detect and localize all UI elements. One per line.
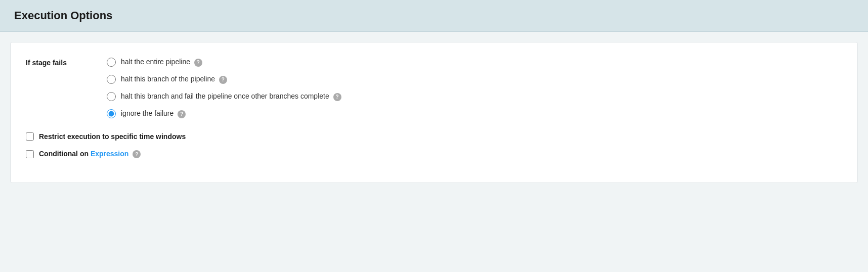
help-icon-ignore[interactable]: ?	[178, 110, 186, 118]
conditional-row[interactable]: Conditional on Expression ?	[26, 150, 842, 158]
radio-label-halt-branch: halt this branch of the pipeline ?	[121, 75, 227, 83]
if-stage-fails-row: If stage fails halt the entire pipeline …	[26, 58, 842, 118]
page-title: Execution Options	[14, 9, 854, 22]
conditional-label: Conditional on Expression ?	[39, 150, 141, 158]
radio-halt-entire[interactable]	[107, 58, 116, 67]
radio-option-halt-branch-fail[interactable]: halt this branch and fail the pipeline o…	[107, 92, 341, 101]
radio-option-ignore[interactable]: ignore the failure ?	[107, 109, 341, 118]
radio-option-halt-entire[interactable]: halt the entire pipeline ?	[107, 58, 341, 67]
radio-label-halt-entire: halt the entire pipeline ?	[121, 58, 202, 66]
radio-group: halt the entire pipeline ? halt this bra…	[107, 58, 341, 118]
expression-link[interactable]: Expression	[91, 150, 128, 158]
options-card: If stage fails halt the entire pipeline …	[10, 42, 858, 183]
conditional-checkbox[interactable]	[26, 150, 34, 158]
content-area: If stage fails halt the entire pipeline …	[0, 32, 868, 193]
restrict-execution-label: Restrict execution to specific time wind…	[39, 132, 186, 141]
radio-ignore[interactable]	[107, 109, 116, 118]
help-icon-halt-branch[interactable]: ?	[219, 76, 227, 84]
radio-option-halt-branch[interactable]: halt this branch of the pipeline ?	[107, 75, 341, 84]
restrict-execution-checkbox[interactable]	[26, 132, 34, 141]
radio-label-halt-branch-fail: halt this branch and fail the pipeline o…	[121, 92, 341, 101]
radio-label-ignore: ignore the failure ?	[121, 109, 186, 118]
radio-halt-branch[interactable]	[107, 75, 116, 84]
radio-halt-branch-fail[interactable]	[107, 92, 116, 101]
if-stage-fails-label: If stage fails	[26, 58, 107, 67]
help-icon-conditional[interactable]: ?	[133, 150, 141, 158]
restrict-execution-row[interactable]: Restrict execution to specific time wind…	[26, 132, 842, 141]
help-icon-halt-entire[interactable]: ?	[194, 59, 202, 67]
page-header: Execution Options	[0, 0, 868, 32]
help-icon-halt-branch-fail[interactable]: ?	[333, 93, 341, 101]
